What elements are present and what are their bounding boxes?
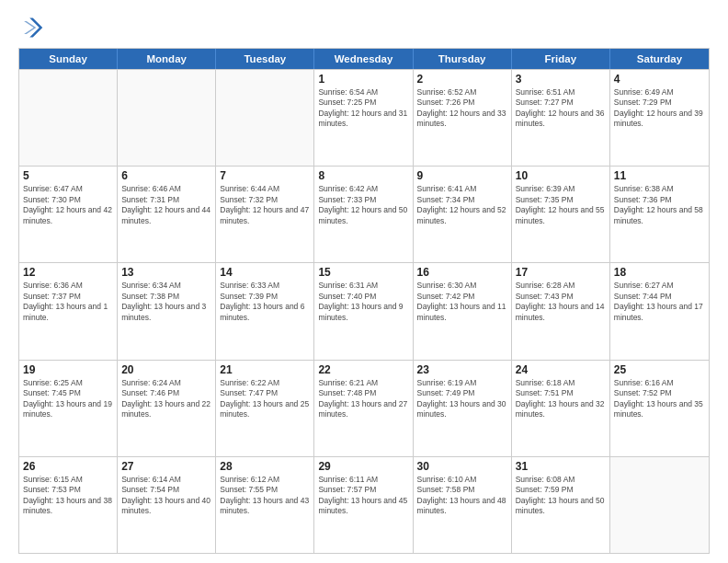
calendar-cell: [19, 70, 118, 166]
calendar-cell: 9Sunrise: 6:41 AM Sunset: 7:34 PM Daylig…: [414, 167, 512, 262]
day-info: Sunrise: 6:49 AM Sunset: 7:29 PM Dayligh…: [614, 87, 705, 130]
day-number: 1: [318, 73, 408, 86]
day-info: Sunrise: 6:39 AM Sunset: 7:35 PM Dayligh…: [516, 184, 606, 226]
day-info: Sunrise: 6:21 AM Sunset: 7:48 PM Dayligh…: [318, 378, 408, 420]
calendar-cell: [216, 70, 314, 166]
calendar-cell: 15Sunrise: 6:31 AM Sunset: 7:40 PM Dayli…: [314, 263, 413, 359]
logo: [18, 15, 50, 40]
weekday-header: Monday: [118, 49, 216, 69]
day-info: Sunrise: 6:27 AM Sunset: 7:44 PM Dayligh…: [614, 281, 705, 323]
day-info: Sunrise: 6:31 AM Sunset: 7:40 PM Dayligh…: [318, 281, 408, 323]
calendar-header: SundayMondayTuesdayWednesdayThursdayFrid…: [19, 49, 709, 69]
calendar-cell: 17Sunrise: 6:28 AM Sunset: 7:43 PM Dayli…: [512, 263, 610, 359]
day-info: Sunrise: 6:08 AM Sunset: 7:59 PM Dayligh…: [516, 475, 606, 517]
weekday-header: Thursday: [414, 49, 512, 69]
day-number: 5: [23, 169, 113, 182]
calendar: SundayMondayTuesdayWednesdayThursdayFrid…: [18, 48, 710, 554]
day-number: 27: [121, 460, 211, 473]
day-number: 6: [121, 169, 211, 182]
day-info: Sunrise: 6:51 AM Sunset: 7:27 PM Dayligh…: [516, 87, 606, 130]
calendar-cell: 20Sunrise: 6:24 AM Sunset: 7:46 PM Dayli…: [118, 361, 216, 456]
day-number: 16: [417, 266, 507, 279]
calendar-cell: 2Sunrise: 6:52 AM Sunset: 7:26 PM Daylig…: [414, 70, 512, 166]
day-number: 2: [417, 73, 507, 86]
day-number: 23: [417, 363, 507, 376]
day-info: Sunrise: 6:33 AM Sunset: 7:39 PM Dayligh…: [220, 281, 310, 323]
day-info: Sunrise: 6:34 AM Sunset: 7:38 PM Dayligh…: [121, 281, 211, 323]
logo-icon: [18, 15, 44, 40]
day-number: 13: [121, 266, 211, 279]
day-info: Sunrise: 6:14 AM Sunset: 7:54 PM Dayligh…: [121, 475, 211, 517]
day-number: 17: [516, 266, 606, 279]
calendar-cell: 5Sunrise: 6:47 AM Sunset: 7:30 PM Daylig…: [19, 167, 118, 262]
day-number: 20: [121, 363, 211, 376]
day-info: Sunrise: 6:30 AM Sunset: 7:42 PM Dayligh…: [417, 281, 507, 323]
day-number: 18: [614, 266, 705, 279]
calendar-cell: 14Sunrise: 6:33 AM Sunset: 7:39 PM Dayli…: [216, 263, 314, 359]
day-info: Sunrise: 6:38 AM Sunset: 7:36 PM Dayligh…: [614, 184, 705, 226]
calendar-cell: [118, 70, 216, 166]
calendar-cell: 26Sunrise: 6:15 AM Sunset: 7:53 PM Dayli…: [19, 457, 118, 553]
day-info: Sunrise: 6:46 AM Sunset: 7:31 PM Dayligh…: [121, 184, 211, 226]
weekday-header: Tuesday: [216, 49, 314, 69]
day-number: 28: [220, 460, 310, 473]
calendar-cell: 27Sunrise: 6:14 AM Sunset: 7:54 PM Dayli…: [118, 457, 216, 553]
day-number: 26: [23, 460, 113, 473]
calendar-cell: 25Sunrise: 6:16 AM Sunset: 7:52 PM Dayli…: [610, 361, 709, 456]
calendar-body: 1Sunrise: 6:54 AM Sunset: 7:25 PM Daylig…: [19, 69, 709, 553]
day-info: Sunrise: 6:52 AM Sunset: 7:26 PM Dayligh…: [417, 87, 507, 130]
day-info: Sunrise: 6:10 AM Sunset: 7:58 PM Dayligh…: [417, 475, 507, 517]
calendar-cell: 30Sunrise: 6:10 AM Sunset: 7:58 PM Dayli…: [414, 457, 512, 553]
day-number: 10: [516, 169, 606, 182]
calendar-cell: 8Sunrise: 6:42 AM Sunset: 7:33 PM Daylig…: [314, 167, 413, 262]
day-info: Sunrise: 6:25 AM Sunset: 7:45 PM Dayligh…: [23, 378, 113, 420]
calendar-row: 19Sunrise: 6:25 AM Sunset: 7:45 PM Dayli…: [19, 360, 709, 456]
day-info: Sunrise: 6:54 AM Sunset: 7:25 PM Dayligh…: [318, 87, 408, 130]
weekday-header: Saturday: [610, 49, 709, 69]
calendar-cell: 11Sunrise: 6:38 AM Sunset: 7:36 PM Dayli…: [610, 167, 709, 262]
day-number: 30: [417, 460, 507, 473]
calendar-row: 5Sunrise: 6:47 AM Sunset: 7:30 PM Daylig…: [19, 166, 709, 262]
calendar-row: 1Sunrise: 6:54 AM Sunset: 7:25 PM Daylig…: [19, 69, 709, 166]
calendar-cell: 19Sunrise: 6:25 AM Sunset: 7:45 PM Dayli…: [19, 361, 118, 456]
day-number: 19: [23, 363, 113, 376]
day-number: 8: [318, 169, 408, 182]
calendar-cell: 28Sunrise: 6:12 AM Sunset: 7:55 PM Dayli…: [216, 457, 314, 553]
day-number: 24: [516, 363, 606, 376]
day-number: 3: [516, 73, 606, 86]
calendar-cell: 4Sunrise: 6:49 AM Sunset: 7:29 PM Daylig…: [610, 70, 709, 166]
day-info: Sunrise: 6:47 AM Sunset: 7:30 PM Dayligh…: [23, 184, 113, 226]
day-info: Sunrise: 6:24 AM Sunset: 7:46 PM Dayligh…: [121, 378, 211, 420]
calendar-row: 26Sunrise: 6:15 AM Sunset: 7:53 PM Dayli…: [19, 456, 709, 553]
day-number: 25: [614, 363, 705, 376]
calendar-cell: 7Sunrise: 6:44 AM Sunset: 7:32 PM Daylig…: [216, 167, 314, 262]
calendar-cell: 23Sunrise: 6:19 AM Sunset: 7:49 PM Dayli…: [414, 361, 512, 456]
day-info: Sunrise: 6:16 AM Sunset: 7:52 PM Dayligh…: [614, 378, 705, 420]
day-number: 11: [614, 169, 705, 182]
day-number: 21: [220, 363, 310, 376]
weekday-header: Sunday: [19, 49, 118, 69]
day-info: Sunrise: 6:11 AM Sunset: 7:57 PM Dayligh…: [318, 475, 408, 517]
calendar-cell: 10Sunrise: 6:39 AM Sunset: 7:35 PM Dayli…: [512, 167, 610, 262]
calendar-cell: 13Sunrise: 6:34 AM Sunset: 7:38 PM Dayli…: [118, 263, 216, 359]
calendar-row: 12Sunrise: 6:36 AM Sunset: 7:37 PM Dayli…: [19, 262, 709, 359]
calendar-cell: 31Sunrise: 6:08 AM Sunset: 7:59 PM Dayli…: [512, 457, 610, 553]
day-info: Sunrise: 6:36 AM Sunset: 7:37 PM Dayligh…: [23, 281, 113, 323]
day-number: 22: [318, 363, 408, 376]
day-info: Sunrise: 6:44 AM Sunset: 7:32 PM Dayligh…: [220, 184, 310, 226]
weekday-header: Friday: [512, 49, 610, 69]
day-number: 14: [220, 266, 310, 279]
weekday-header: Wednesday: [314, 49, 413, 69]
day-number: 15: [318, 266, 408, 279]
calendar-cell: 18Sunrise: 6:27 AM Sunset: 7:44 PM Dayli…: [610, 263, 709, 359]
day-number: 12: [23, 266, 113, 279]
calendar-cell: 29Sunrise: 6:11 AM Sunset: 7:57 PM Dayli…: [314, 457, 413, 553]
day-number: 29: [318, 460, 408, 473]
calendar-cell: 24Sunrise: 6:18 AM Sunset: 7:51 PM Dayli…: [512, 361, 610, 456]
day-number: 9: [417, 169, 507, 182]
day-info: Sunrise: 6:15 AM Sunset: 7:53 PM Dayligh…: [23, 475, 113, 517]
day-info: Sunrise: 6:42 AM Sunset: 7:33 PM Dayligh…: [318, 184, 408, 226]
day-info: Sunrise: 6:22 AM Sunset: 7:47 PM Dayligh…: [220, 378, 310, 420]
calendar-cell: [610, 457, 709, 553]
calendar-cell: 22Sunrise: 6:21 AM Sunset: 7:48 PM Dayli…: [314, 361, 413, 456]
